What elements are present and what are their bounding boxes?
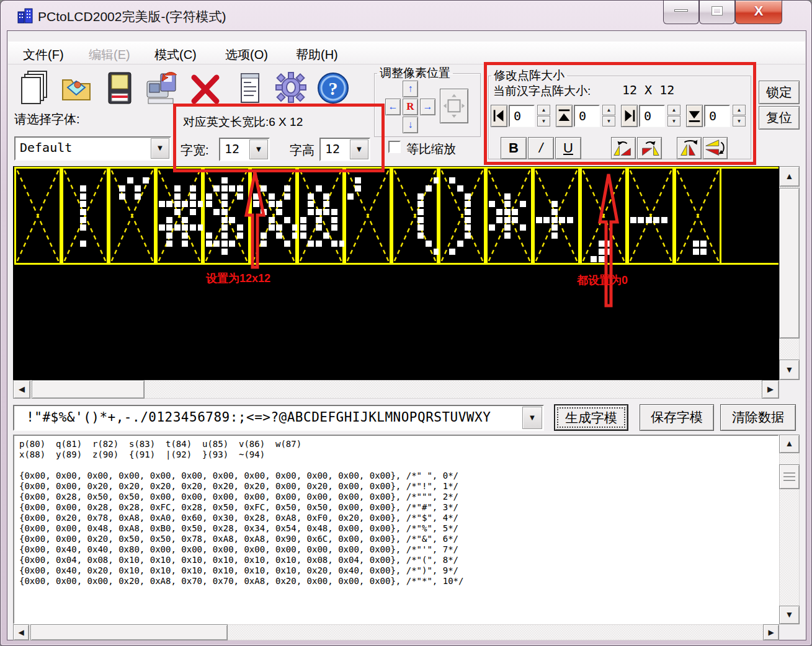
menu-edit[interactable]: 编辑(E): [85, 45, 134, 64]
output-vscroll-thumb[interactable]: [779, 464, 800, 489]
notes-button[interactable]: [233, 69, 267, 107]
left-edge-icon[interactable]: [491, 105, 507, 127]
step-down-icon[interactable]: ▼: [602, 116, 615, 126]
left-edge-stepper[interactable]: ▲ ▼: [537, 105, 550, 127]
scroll-right-button[interactable]: ▶: [762, 380, 779, 399]
rotate-left-button[interactable]: [611, 137, 636, 159]
menu-help[interactable]: 帮助(H): [292, 45, 342, 64]
reset-button[interactable]: 复位: [759, 106, 800, 130]
step-up-icon[interactable]: ▲: [602, 105, 615, 115]
underline-button[interactable]: U: [555, 137, 581, 159]
preview-cell[interactable]: [580, 169, 627, 263]
proportional-scale-checkbox[interactable]: [388, 141, 401, 153]
step-up-icon[interactable]: ▲: [733, 105, 746, 115]
open-file-button[interactable]: [59, 69, 94, 107]
glyph-pixel: [449, 249, 455, 255]
move-right-button[interactable]: →: [420, 99, 435, 115]
scroll-left-button[interactable]: ◀: [13, 624, 29, 640]
left-edge-value[interactable]: 0: [509, 105, 535, 127]
charset-combo[interactable]: !"#$%&'()*+,-./0123456789:;<=>?@ABCDEFGH…: [13, 405, 544, 431]
chevron-down-icon[interactable]: ▼: [522, 407, 542, 429]
top-edge-stepper[interactable]: ▲ ▼: [602, 105, 615, 127]
preview-cell[interactable]: [533, 169, 580, 263]
save-font-button[interactable]: 保存字模: [640, 404, 714, 431]
right-edge-value[interactable]: 0: [639, 105, 665, 127]
bottom-edge-stepper[interactable]: ▲ ▼: [733, 105, 746, 127]
app-window: PCtoLCD2002完美版-(字符模式) X 文件(F) 编辑(E) 模式(C…: [0, 0, 812, 646]
preview-cell[interactable]: [156, 169, 203, 263]
step-up-icon[interactable]: ▲: [537, 105, 550, 115]
move-up-button[interactable]: ↑: [403, 81, 418, 97]
scroll-up-button[interactable]: ▲: [779, 166, 800, 187]
preview-cell[interactable]: [344, 169, 391, 263]
glyph-pixel: [520, 224, 526, 231]
bottom-edge-icon[interactable]: [686, 105, 703, 127]
lock-button[interactable]: 锁定: [759, 81, 800, 104]
glyph-pixel: [229, 185, 235, 192]
settings-button[interactable]: [274, 69, 308, 107]
preview-cell[interactable]: [391, 169, 439, 263]
menu-file[interactable]: 文件(F): [19, 45, 68, 64]
char-width-combo[interactable]: 12 ▼: [219, 138, 270, 161]
preview-cell[interactable]: [250, 169, 297, 263]
save-as-button[interactable]: [145, 69, 179, 107]
scroll-down-button[interactable]: ▼: [779, 606, 800, 624]
preview-cell[interactable]: [109, 169, 156, 263]
scroll-right-button[interactable]: ▶: [763, 624, 779, 640]
step-down-icon[interactable]: ▼: [537, 116, 550, 126]
glyph-pixel: [213, 241, 220, 247]
chevron-down-icon[interactable]: ▼: [249, 139, 268, 159]
right-edge-stepper[interactable]: ▲ ▼: [667, 105, 680, 127]
generate-font-button[interactable]: 生成字模: [554, 404, 628, 431]
new-document-button[interactable]: [17, 69, 51, 107]
preview-cell[interactable]: [674, 169, 721, 263]
move-down-button[interactable]: ↓: [403, 117, 418, 133]
chevron-down-icon[interactable]: ▼: [151, 138, 169, 159]
delete-button[interactable]: [188, 69, 223, 107]
rotate-right-button[interactable]: [637, 137, 662, 159]
output-vscrollbar[interactable]: [779, 435, 800, 624]
reset-position-button[interactable]: R: [403, 99, 418, 115]
preview-hscroll-thumb[interactable]: [32, 380, 145, 399]
menu-mode[interactable]: 模式(C): [151, 45, 200, 64]
flip-vertical-button[interactable]: [703, 137, 728, 159]
preview-cell[interactable]: [439, 169, 486, 263]
minimize-button[interactable]: [663, 1, 699, 24]
chevron-down-icon[interactable]: ▼: [350, 139, 368, 159]
menu-options[interactable]: 选项(O): [221, 45, 272, 64]
right-edge-icon[interactable]: [621, 105, 638, 127]
save-button[interactable]: [102, 69, 137, 107]
preview-cell[interactable]: [486, 169, 533, 263]
italic-button[interactable]: /: [528, 137, 554, 159]
top-edge-icon[interactable]: [556, 105, 573, 127]
close-button[interactable]: X: [735, 1, 782, 24]
scroll-left-button[interactable]: ◀: [13, 380, 30, 399]
scroll-up-button[interactable]: ▲: [779, 435, 800, 453]
clear-data-button[interactable]: 清除数据: [720, 404, 796, 431]
preview-cell[interactable]: [297, 169, 344, 263]
output-textarea[interactable]: p(80) q(81) r(82) s(83) t(84) u(85) v(86…: [13, 435, 779, 624]
window-title: PCtoLCD2002完美版-(字符模式): [38, 8, 226, 25]
flip-horizontal-button[interactable]: [677, 137, 702, 159]
step-up-icon[interactable]: ▲: [667, 105, 680, 115]
preview-cell[interactable]: [627, 169, 674, 263]
preview-vscroll-thumb[interactable]: [779, 188, 800, 338]
char-height-combo[interactable]: 12 ▼: [319, 138, 370, 161]
preview-cell[interactable]: [61, 169, 109, 263]
glyph-pixel: [221, 209, 228, 215]
top-edge-value[interactable]: 0: [574, 105, 600, 127]
preview-cell[interactable]: [203, 169, 250, 263]
bold-button[interactable]: B: [501, 137, 527, 159]
step-down-icon[interactable]: ▼: [667, 116, 680, 126]
move-left-button[interactable]: ←: [385, 99, 401, 115]
scroll-down-button[interactable]: ▼: [779, 360, 800, 380]
step-down-icon[interactable]: ▼: [733, 116, 746, 126]
glyph-pixel: [599, 256, 605, 262]
help-button[interactable]: ?: [316, 69, 350, 107]
maximize-button[interactable]: [699, 1, 735, 24]
preview-cell[interactable]: [14, 169, 61, 263]
font-select-combo[interactable]: Default ▼: [14, 136, 171, 161]
center-align-button[interactable]: [440, 89, 468, 123]
bottom-edge-value[interactable]: 0: [704, 105, 730, 127]
output-hscroll-thumb[interactable]: [30, 624, 228, 640]
